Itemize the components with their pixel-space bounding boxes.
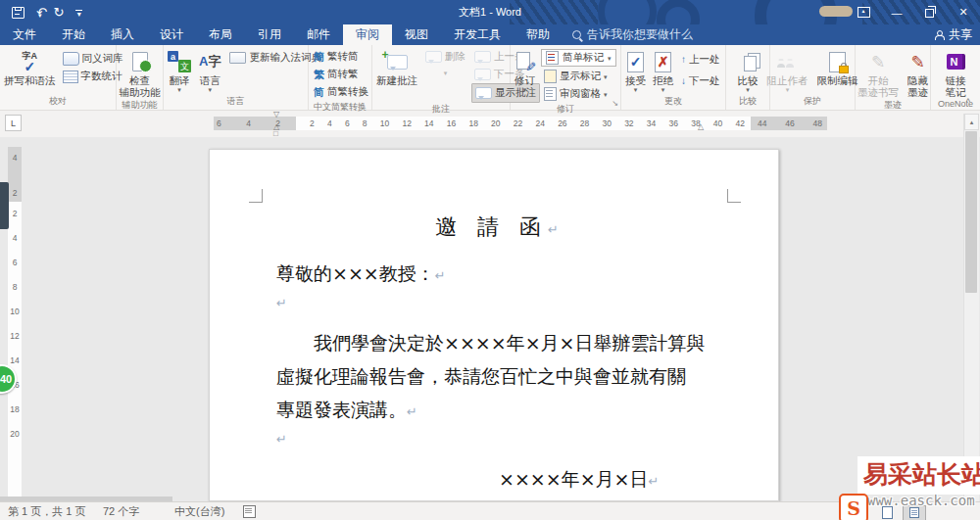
tab-design[interactable]: 设计 bbox=[147, 24, 196, 45]
tab-review[interactable]: 审阅 bbox=[343, 24, 392, 45]
group-label-onenote: OneNote bbox=[931, 99, 980, 111]
group-changes: ✓ 接受 ▾ ✗ 拒绝 ▾ ↑ 上一处 ↓ 下一处 更改 bbox=[621, 45, 726, 110]
track-changes-button[interactable]: ✎ 修订 ▾ bbox=[513, 48, 537, 94]
simple-markup-caret-icon: ▾ bbox=[608, 55, 612, 62]
accept-icon: ✓ bbox=[627, 52, 644, 72]
first-line-indent-marker[interactable]: ▽ bbox=[273, 111, 279, 118]
restrict-editing-button[interactable]: 限制编辑 bbox=[815, 48, 860, 87]
minimize-button[interactable]: — bbox=[880, 0, 913, 24]
tell-me-box[interactable]: 告诉我你想要做什么 bbox=[563, 24, 703, 45]
new-comment-button[interactable]: + 新建批注 bbox=[374, 48, 419, 87]
ruler-number: 4 bbox=[246, 118, 251, 128]
group-protect: 阻止作者 ▾ 限制编辑 保护 bbox=[770, 45, 856, 110]
paragraph-mark: ↵ bbox=[649, 474, 660, 489]
ruler-number: 14 bbox=[424, 118, 433, 128]
paragraph-mark: ↵ bbox=[548, 222, 559, 237]
simplified-to-traditional-button[interactable]: 繁 简转繁 bbox=[311, 66, 371, 83]
ruler-number: 26 bbox=[558, 118, 566, 128]
tracking-dialog-launcher[interactable]: ↘ bbox=[612, 100, 618, 108]
traditional-to-simplified-button[interactable]: 簡 繁转简 bbox=[311, 48, 371, 66]
doc-body-line: 虛擬化理論報告會，恭請您百忙之中與會並就有關 bbox=[276, 359, 717, 393]
accessibility-icon bbox=[132, 52, 148, 71]
compare-button[interactable]: 比较 ▾ bbox=[736, 48, 760, 94]
check-accessibility-button[interactable]: 检查 辅助功能 bbox=[118, 48, 163, 99]
ruler-number: 44 bbox=[758, 118, 766, 128]
tab-references[interactable]: 引用 bbox=[245, 24, 294, 45]
tab-home[interactable]: 开始 bbox=[49, 24, 98, 45]
tab-developer[interactable]: 开发工具 bbox=[441, 24, 514, 45]
tab-mailings[interactable]: 邮件 bbox=[294, 24, 343, 45]
start-inking-button[interactable]: ✎ 开始 墨迹书写 bbox=[856, 48, 901, 99]
reject-button[interactable]: ✗ 拒绝 ▾ bbox=[651, 48, 675, 94]
restore-button[interactable] bbox=[913, 0, 947, 24]
watermark-logo: S bbox=[839, 494, 868, 520]
track-changes-label: 修订 bbox=[514, 74, 535, 86]
translate-button[interactable]: a文 翻译 ▾ bbox=[166, 48, 193, 94]
collapse-ribbon-button[interactable]: ^ bbox=[966, 97, 970, 107]
tab-help[interactable]: 帮助 bbox=[514, 24, 563, 45]
translate-icon: a文 bbox=[168, 51, 191, 72]
tab-insert[interactable]: 插入 bbox=[98, 24, 147, 45]
linked-notes-button[interactable]: N 链接 笔记 bbox=[944, 48, 968, 99]
previous-change-button[interactable]: ↑ 上一处 bbox=[678, 51, 723, 69]
language-button[interactable]: A字 语言 ▾ bbox=[197, 48, 222, 94]
left-indent-marker[interactable]: □ bbox=[273, 130, 278, 138]
scroll-up-button[interactable]: ▴ bbox=[964, 114, 979, 130]
reviewing-pane-button[interactable]: 审阅窗格 ▾ bbox=[541, 85, 616, 103]
delete-comment-button[interactable]: 删除 bbox=[422, 48, 468, 66]
ribbon-display-icon: ▴ bbox=[858, 7, 870, 18]
spelling-grammar-button[interactable]: 字A✓ 拼写和语法 bbox=[2, 48, 58, 87]
ruler-number: 10 bbox=[10, 300, 19, 324]
right-indent-marker[interactable]: △ bbox=[698, 123, 704, 131]
delete-comment-label: 删除 bbox=[445, 50, 466, 64]
group-ink: ✎ 开始 墨迹书写 ✎ 隐藏 墨迹 墨迹 bbox=[856, 45, 931, 110]
convert-button[interactable]: 简 简繁转换 bbox=[311, 83, 371, 101]
scrollbar-thumb[interactable] bbox=[965, 131, 977, 293]
compare-caret-icon: ▾ bbox=[746, 86, 750, 93]
next-change-button[interactable]: ↓ 下一处 bbox=[678, 72, 723, 90]
word-count-status[interactable]: 72 个字 bbox=[103, 502, 139, 520]
group-onenote: N 链接 笔记 OneNote bbox=[931, 45, 980, 110]
spelling-label: 拼写和语法 bbox=[4, 74, 56, 86]
paragraph-mark: ↵ bbox=[276, 432, 287, 447]
group-label-comments: 批注 bbox=[372, 103, 510, 118]
tab-file[interactable]: 文件 bbox=[0, 24, 49, 45]
ruler-number: 18 bbox=[10, 398, 19, 422]
proofing-status-icon[interactable] bbox=[243, 502, 256, 520]
block-authors-button[interactable]: 阻止作者 ▾ bbox=[765, 48, 810, 94]
horizontal-scrollbar-thumb[interactable] bbox=[0, 496, 172, 501]
group-chinese-conversion: 簡 繁转简 繁 简转繁 简 简繁转换 中文简繁转换 bbox=[309, 45, 372, 110]
close-button[interactable]: ✕ bbox=[947, 0, 980, 24]
show-markup-button[interactable]: 显示标记 ▾ bbox=[541, 68, 616, 85]
word-count-icon bbox=[63, 71, 78, 83]
vertical-ruler[interactable]: 42 2468101214161820 bbox=[8, 147, 22, 501]
delete-caret-icon: ▾ bbox=[444, 70, 448, 76]
ribbon-display-options-button[interactable]: ▴ bbox=[847, 0, 880, 24]
ruler-number: 12 bbox=[10, 324, 19, 349]
accept-button[interactable]: ✓ 接受 ▾ bbox=[623, 48, 648, 94]
tab-layout[interactable]: 布局 bbox=[196, 24, 245, 45]
start-inking-label-1: 开始 bbox=[868, 74, 889, 86]
trad-to-simp-label: 繁转简 bbox=[327, 50, 359, 64]
reject-label: 拒绝 bbox=[653, 74, 673, 86]
language-status[interactable]: 中文(台湾) bbox=[174, 502, 224, 520]
group-compare: 比较 ▾ 比较 bbox=[726, 45, 770, 110]
convert-label: 简繁转换 bbox=[327, 85, 368, 99]
document-text[interactable]: 邀 請 函↵ 尊敬的×××教授：↵ ↵ 我們學會決定於××××年×月×日舉辦雲計… bbox=[276, 211, 717, 498]
group-comments: + 新建批注 删除 ▾ 上一条 下一条 bbox=[372, 45, 511, 110]
simp-to-trad-label: 简转繁 bbox=[327, 68, 359, 81]
document-canvas[interactable]: 42 2468101214161820 邀 請 函↵ 尊敬的×××教授：↵ ↵ … bbox=[0, 137, 980, 501]
vertical-scrollbar[interactable]: ▴ bbox=[963, 114, 979, 501]
tell-me-label: 告诉我你想要做什么 bbox=[587, 26, 693, 43]
group-label-compare: 比较 bbox=[726, 95, 769, 110]
horizontal-ruler[interactable]: 642 246810121416182022242628303234363840… bbox=[214, 117, 827, 130]
document-page[interactable]: 邀 請 函↵ 尊敬的×××教授：↵ ↵ 我們學會決定於××××年×月×日舉辦雲計… bbox=[209, 149, 779, 501]
group-label-changes: 更改 bbox=[621, 95, 725, 110]
tab-view[interactable]: 视图 bbox=[392, 24, 441, 45]
simple-markup-dropdown[interactable]: 简单标记 ▾ bbox=[541, 49, 616, 67]
page-info[interactable]: 第 1 页，共 1 页 bbox=[8, 502, 85, 520]
share-button[interactable]: 共享 bbox=[935, 24, 972, 45]
side-panel-handle[interactable] bbox=[0, 182, 9, 229]
tab-stop-selector[interactable]: L bbox=[5, 115, 22, 131]
hide-ink-button[interactable]: ✎ 隐藏 墨迹 bbox=[906, 48, 930, 99]
